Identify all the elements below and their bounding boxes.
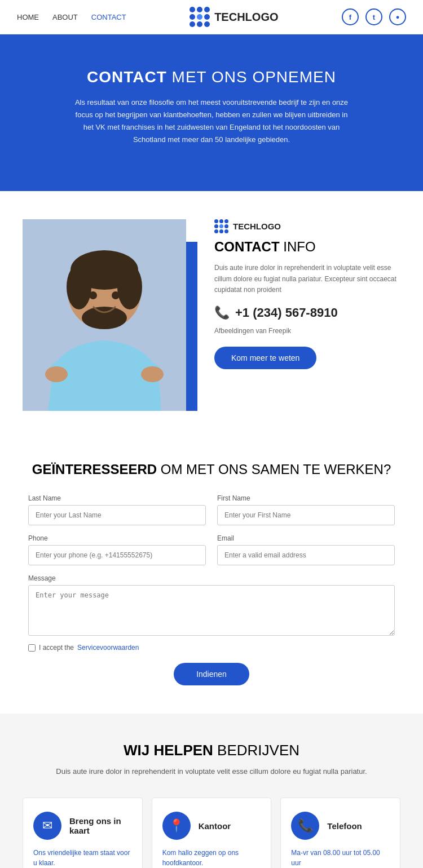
nav-contact[interactable]: CONTACT xyxy=(91,13,126,21)
help-cards: ✉ Breng ons in kaart Ons vriendelijke te… xyxy=(23,798,400,868)
logo-text: TECHLOGO xyxy=(214,11,278,24)
phone-label: Phone xyxy=(28,534,206,542)
person-image-wrap xyxy=(23,214,197,411)
twitter-icon[interactable]: t xyxy=(365,8,382,25)
mini-logo: TECHLOGO xyxy=(214,219,400,233)
logo-dots-icon xyxy=(190,7,210,27)
person-image xyxy=(23,219,186,411)
office-card-icon: 📍 xyxy=(162,812,191,840)
contact-info-section: TECHLOGO CONTACT INFO Duis aute irure do… xyxy=(0,191,423,439)
terms-link[interactable]: Servicevoorwaarden xyxy=(77,644,139,652)
submit-button[interactable]: Indienen xyxy=(174,663,249,685)
svg-point-5 xyxy=(117,264,142,309)
help-card-office: 📍 Kantoor Kom hallo zeggen op ons hoofdk… xyxy=(152,798,272,868)
help-section: WIJ HELPEN BEDRIJVEN Duis aute irure dol… xyxy=(0,714,423,868)
facebook-icon[interactable]: f xyxy=(342,8,359,25)
mini-logo-dots-icon xyxy=(214,219,228,233)
nav-about[interactable]: ABOUT xyxy=(52,13,78,21)
card-header-phone: 📞 Telefoon xyxy=(291,812,390,840)
hero-title: CONTACT MET ONS OPNEMEN xyxy=(17,68,406,86)
card-header-email: ✉ Breng ons in kaart xyxy=(33,812,132,840)
navbar: HOME ABOUT CONTACT TECHLOGO f t ● xyxy=(0,0,423,34)
help-card-phone: 📞 Telefoon Ma-vr van 08.00 uur tot 05.00… xyxy=(280,798,400,868)
hero-description: Als resultaat van onze filosofie om het … xyxy=(70,96,352,146)
svg-point-4 xyxy=(67,264,91,309)
first-name-group: First Name xyxy=(217,494,395,525)
contact-info-title: CONTACT INFO xyxy=(214,239,400,255)
message-textarea[interactable] xyxy=(28,585,395,636)
contact-text: TECHLOGO CONTACT INFO Duis aute irure do… xyxy=(214,214,400,369)
social-icons: f t ● xyxy=(342,8,406,25)
last-name-label: Last Name xyxy=(28,494,206,502)
svg-point-6 xyxy=(82,307,127,329)
message-label: Message xyxy=(28,574,395,582)
last-name-group: Last Name xyxy=(28,494,206,525)
instagram-icon[interactable]: ● xyxy=(389,8,406,25)
help-subtitle: Duis aute irure dolor in reprehenderit i… xyxy=(23,766,400,778)
freepik-credit: Afbeeldingen van Freepik xyxy=(214,326,400,336)
learn-more-button[interactable]: Kom meer te weten xyxy=(214,347,316,369)
message-group: Message xyxy=(28,574,395,636)
phone-card-icon: 📞 xyxy=(291,812,319,840)
help-title: WIJ HELPEN BEDRIJVEN xyxy=(23,742,400,759)
nav-links: HOME ABOUT CONTACT xyxy=(17,13,126,21)
phone-input[interactable] xyxy=(28,545,206,565)
person-svg xyxy=(23,219,186,411)
office-card-title: Kantoor xyxy=(199,821,231,831)
help-card-email: ✉ Breng ons in kaart Ons vriendelijke te… xyxy=(23,798,143,868)
card-header-office: 📍 Kantoor xyxy=(162,812,261,840)
phone-card-link[interactable]: Ma-vr van 08.00 uur tot 05.00 uur xyxy=(291,848,390,868)
checkbox-row: I accept the Servicevoorwaarden xyxy=(28,644,395,652)
form-title: GEÏNTERESSEERD OM MET ONS SAMEN TE WERKE… xyxy=(28,462,395,477)
hero-section: CONTACT MET ONS OPNEMEN Als resultaat va… xyxy=(0,34,423,191)
email-label: Email xyxy=(217,534,395,542)
first-name-input[interactable] xyxy=(217,505,395,525)
svg-point-10 xyxy=(112,291,120,299)
first-name-label: First Name xyxy=(217,494,395,502)
phone-card-title: Telefoon xyxy=(327,821,362,831)
form-section: GEÏNTERESSEERD OM MET ONS SAMEN TE WERKE… xyxy=(0,439,423,714)
form-submit: Indienen xyxy=(28,663,395,685)
email-group: Email xyxy=(217,534,395,565)
contact-info-description: Duis aute irure dolor in reprehenderit i… xyxy=(214,263,400,295)
form-row-contact: Phone Email xyxy=(28,534,395,565)
nav-logo: TECHLOGO xyxy=(190,7,278,27)
checkbox-text: I accept the xyxy=(39,644,74,652)
email-card-icon: ✉ xyxy=(33,812,61,840)
email-input[interactable] xyxy=(217,545,395,565)
phone-group: Phone xyxy=(28,534,206,565)
phone-row: 📞 +1 (234) 567-8910 xyxy=(214,305,400,320)
last-name-input[interactable] xyxy=(28,505,206,525)
phone-icon: 📞 xyxy=(214,305,230,320)
email-card-title: Breng ons in kaart xyxy=(69,816,132,835)
svg-point-9 xyxy=(89,291,97,299)
office-card-link[interactable]: Kom hallo zeggen op ons hoofdkantoor. xyxy=(162,848,261,868)
svg-point-8 xyxy=(141,366,164,382)
svg-point-7 xyxy=(45,366,68,382)
email-card-link[interactable]: Ons vriendelijke team staat voor u klaar… xyxy=(33,848,132,868)
phone-number: +1 (234) 567-8910 xyxy=(235,305,338,320)
nav-home[interactable]: HOME xyxy=(17,13,39,21)
terms-checkbox[interactable] xyxy=(28,644,36,652)
mini-logo-text: TECHLOGO xyxy=(233,222,281,231)
form-row-name: Last Name First Name xyxy=(28,494,395,525)
